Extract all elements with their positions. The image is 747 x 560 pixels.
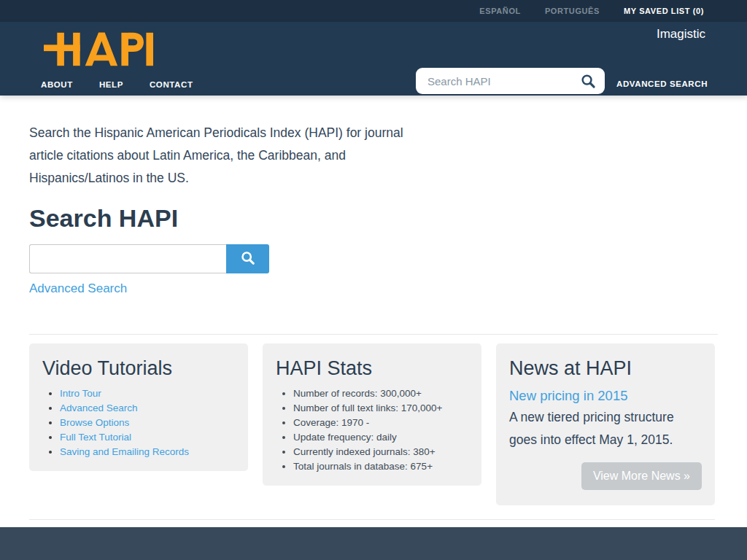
card-news: News at HAPI New pricing in 2015 A new t… (496, 343, 715, 505)
nav-item-about[interactable]: ABOUT (41, 80, 73, 89)
divider (29, 519, 715, 520)
news-button-row: View More News » (509, 462, 702, 490)
card-title: HAPI Stats (276, 357, 468, 380)
hapi-logo[interactable] (44, 31, 153, 67)
news-text: A new tiered pricing structure goes into… (509, 406, 702, 451)
card-video-tutorials: Video Tutorials Intro Tour Advanced Sear… (29, 343, 248, 471)
header-advanced-search-link[interactable]: ADVANCED SEARCH (616, 79, 708, 88)
card-hapi-stats: HAPI Stats Number of records: 300,000+ N… (263, 343, 481, 486)
search-icon (241, 251, 255, 268)
stat-item: Total journals in database: 675+ (293, 459, 468, 474)
video-tutorials-list: Intro Tour Advanced Search Browse Option… (42, 386, 235, 459)
divider (29, 334, 718, 335)
site-header: Imagistic ABOUT HELP CONTACT ADVANCED SE… (0, 22, 747, 96)
tutorial-link-full-text[interactable]: Full Text Tutorial (60, 432, 131, 443)
language-link-espanol[interactable]: ESPAÑOL (479, 7, 521, 15)
stat-item: Coverage: 1970 - (293, 416, 468, 430)
page-title: Search HAPI (29, 204, 718, 232)
hapi-logo-icon (44, 31, 153, 67)
list-item: Full Text Tutorial (60, 430, 235, 445)
main-search-button[interactable] (226, 244, 269, 273)
tutorial-link-intro-tour[interactable]: Intro Tour (60, 388, 101, 399)
card-title: News at HAPI (509, 357, 702, 380)
card-title: Video Tutorials (42, 357, 235, 380)
header-search-input[interactable] (427, 75, 581, 88)
view-more-news-button[interactable]: View More News » (581, 462, 702, 490)
main-content: Search the Hispanic American Periodicals… (0, 122, 747, 505)
news-headline-link[interactable]: New pricing in 2015 (509, 388, 627, 404)
stat-item: Number of records: 300,000+ (293, 386, 468, 401)
stats-list: Number of records: 300,000+ Number of fu… (276, 386, 468, 474)
stat-item: Currently indexed journals: 380+ (293, 445, 468, 459)
advanced-search-link[interactable]: Advanced Search (29, 281, 127, 296)
search-icon[interactable] (581, 74, 596, 89)
header-search-box (416, 68, 605, 94)
list-item: Saving and Emailing Records (60, 445, 235, 459)
list-item: Intro Tour (60, 386, 235, 401)
list-item: Browse Options (60, 416, 235, 430)
intro-text: Search the Hispanic American Periodicals… (29, 122, 416, 190)
tutorial-link-advanced-search[interactable]: Advanced Search (60, 402, 138, 413)
tutorial-link-browse-options[interactable]: Browse Options (60, 417, 129, 428)
imagistic-label: Imagistic (657, 27, 705, 42)
stat-item: Number of full text links: 170,000+ (293, 401, 468, 416)
site-footer (0, 527, 747, 560)
main-search-form (29, 244, 718, 273)
my-saved-list-link[interactable]: MY SAVED LIST (0) (624, 7, 704, 15)
language-link-portugues[interactable]: PORTUGUÊS (545, 7, 600, 15)
stat-item: Update frequency: daily (293, 430, 468, 445)
nav-item-contact[interactable]: CONTACT (150, 80, 193, 89)
info-cards-row: Video Tutorials Intro Tour Advanced Sear… (29, 343, 718, 505)
list-item: Advanced Search (60, 401, 235, 416)
main-navigation: ABOUT HELP CONTACT (41, 80, 193, 89)
tutorial-link-saving-emailing[interactable]: Saving and Emailing Records (60, 446, 189, 457)
main-search-input[interactable] (29, 244, 226, 273)
utility-bar: ESPAÑOL PORTUGUÊS MY SAVED LIST (0) (0, 0, 747, 22)
nav-item-help[interactable]: HELP (99, 80, 123, 89)
